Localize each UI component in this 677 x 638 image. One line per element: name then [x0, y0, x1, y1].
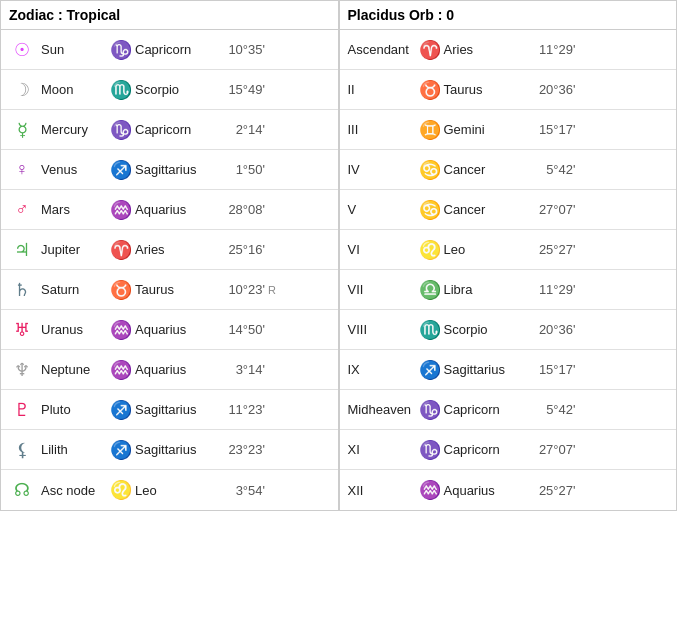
planet-row: ♆ Neptune ♒ Aquarius 3°14': [1, 350, 338, 390]
planet-degree: 28°08': [215, 202, 265, 217]
house-sign-symbol: ♒: [416, 479, 444, 501]
planet-name: Mars: [37, 202, 107, 217]
planet-degree: 25°16': [215, 242, 265, 257]
house-row: IX ♐ Sagittarius 15°17': [340, 350, 677, 390]
house-sign-symbol: ♑: [416, 439, 444, 461]
planet-row: ♃ Jupiter ♈ Aries 25°16': [1, 230, 338, 270]
planet-degree: 10°23': [215, 282, 265, 297]
house-sign-name: Capricorn: [444, 442, 526, 457]
planet-name: Saturn: [37, 282, 107, 297]
planet-symbol: ♅: [7, 319, 37, 341]
house-row: II ♉ Taurus 20°36': [340, 70, 677, 110]
planet-row: ♇ Pluto ♐ Sagittarius 11°23': [1, 390, 338, 430]
house-sign-name: Gemini: [444, 122, 526, 137]
house-sign-name: Taurus: [444, 82, 526, 97]
planet-sign-symbol: ♒: [107, 359, 135, 381]
house-sign-symbol: ♋: [416, 199, 444, 221]
planet-row: ☉ Sun ♑ Capricorn 10°35': [1, 30, 338, 70]
left-header: Zodiac : Tropical: [1, 1, 338, 30]
house-sign-symbol: ♑: [416, 399, 444, 421]
planet-sign-symbol: ♐: [107, 159, 135, 181]
astrology-table: Zodiac : Tropical ☉ Sun ♑ Capricorn 10°3…: [0, 0, 677, 511]
house-sign-name: Aquarius: [444, 483, 526, 498]
house-degree: 5°42': [526, 162, 576, 177]
house-name: VI: [348, 242, 416, 257]
planet-sign-symbol: ♏: [107, 79, 135, 101]
planet-row: ♂ Mars ♒ Aquarius 28°08': [1, 190, 338, 230]
house-sign-symbol: ♏: [416, 319, 444, 341]
house-sign-symbol: ♈: [416, 39, 444, 61]
planet-name: Pluto: [37, 402, 107, 417]
right-header-text: Placidus Orb : 0: [348, 7, 455, 23]
house-row: IV ♋ Cancer 5°42': [340, 150, 677, 190]
planet-sign-symbol: ♈: [107, 239, 135, 261]
house-row: VII ♎ Libra 11°29': [340, 270, 677, 310]
house-degree: 20°36': [526, 322, 576, 337]
house-name: Midheaven: [348, 402, 416, 417]
planet-row: ⚸ Lilith ♐ Sagittarius 23°23': [1, 430, 338, 470]
house-name: XII: [348, 483, 416, 498]
planet-sign-name: Capricorn: [135, 122, 215, 137]
planet-sign-symbol: ♌: [107, 479, 135, 501]
house-degree: 20°36': [526, 82, 576, 97]
right-header: Placidus Orb : 0: [340, 1, 677, 30]
planet-row: ♀ Venus ♐ Sagittarius 1°50': [1, 150, 338, 190]
planet-sign-name: Leo: [135, 483, 215, 498]
planet-sign-name: Sagittarius: [135, 442, 215, 457]
house-name: Ascendant: [348, 42, 416, 57]
planet-degree: 1°50': [215, 162, 265, 177]
planet-symbol: ♇: [7, 399, 37, 421]
planet-name: Mercury: [37, 122, 107, 137]
planet-symbol: ⚸: [7, 439, 37, 461]
house-row: III ♊ Gemini 15°17': [340, 110, 677, 150]
house-row: XI ♑ Capricorn 27°07': [340, 430, 677, 470]
house-degree: 25°27': [526, 483, 576, 498]
planet-sign-name: Sagittarius: [135, 162, 215, 177]
planet-name: Uranus: [37, 322, 107, 337]
planet-sign-name: Capricorn: [135, 42, 215, 57]
house-degree: 25°27': [526, 242, 576, 257]
houses-panel: Placidus Orb : 0 Ascendant ♈ Aries 11°29…: [340, 1, 677, 510]
planet-sign-name: Aquarius: [135, 322, 215, 337]
planet-degree: 3°14': [215, 362, 265, 377]
planet-degree: 2°14': [215, 122, 265, 137]
house-name: II: [348, 82, 416, 97]
house-sign-name: Cancer: [444, 162, 526, 177]
planet-degree: 3°54': [215, 483, 265, 498]
planet-sign-name: Sagittarius: [135, 402, 215, 417]
houses-list: Ascendant ♈ Aries 11°29' II ♉ Taurus 20°…: [340, 30, 677, 510]
planet-sign-name: Aquarius: [135, 362, 215, 377]
planet-symbol: ♄: [7, 279, 37, 301]
house-sign-symbol: ♌: [416, 239, 444, 261]
planet-sign-name: Aquarius: [135, 202, 215, 217]
house-row: VI ♌ Leo 25°27': [340, 230, 677, 270]
planet-row: ☊ Asc node ♌ Leo 3°54': [1, 470, 338, 510]
planet-row: ☽ Moon ♏ Scorpio 15°49': [1, 70, 338, 110]
planet-symbol: ☽: [7, 79, 37, 101]
house-name: III: [348, 122, 416, 137]
house-row: Midheaven ♑ Capricorn 5°42': [340, 390, 677, 430]
planets-list: ☉ Sun ♑ Capricorn 10°35' ☽ Moon ♏ Scorpi…: [1, 30, 338, 510]
house-name: XI: [348, 442, 416, 457]
planet-sign-symbol: ♒: [107, 199, 135, 221]
house-row: VIII ♏ Scorpio 20°36': [340, 310, 677, 350]
planet-symbol: ♆: [7, 359, 37, 381]
planet-name: Venus: [37, 162, 107, 177]
planet-degree: 11°23': [215, 402, 265, 417]
planet-degree: 15°49': [215, 82, 265, 97]
planet-degree: 10°35': [215, 42, 265, 57]
house-sign-name: Leo: [444, 242, 526, 257]
house-sign-name: Scorpio: [444, 322, 526, 337]
house-sign-name: Sagittarius: [444, 362, 526, 377]
left-header-text: Zodiac : Tropical: [9, 7, 120, 23]
house-degree: 5°42': [526, 402, 576, 417]
planet-name: Neptune: [37, 362, 107, 377]
house-sign-symbol: ♉: [416, 79, 444, 101]
planet-name: Jupiter: [37, 242, 107, 257]
house-degree: 11°29': [526, 282, 576, 297]
planet-sign-symbol: ♒: [107, 319, 135, 341]
house-sign-symbol: ♎: [416, 279, 444, 301]
planet-row: ♅ Uranus ♒ Aquarius 14°50': [1, 310, 338, 350]
house-row: Ascendant ♈ Aries 11°29': [340, 30, 677, 70]
planet-sign-symbol: ♑: [107, 39, 135, 61]
